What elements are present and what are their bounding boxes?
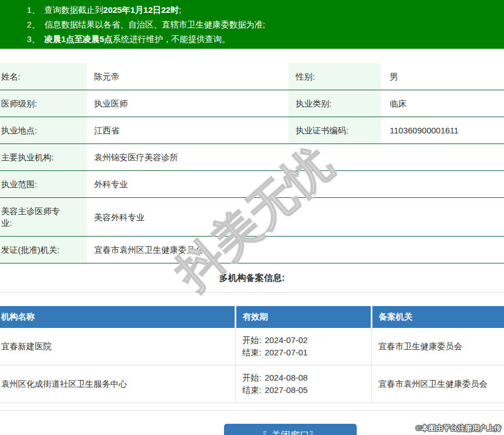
notice-text: 系统进行维护，不能提供查询。 — [113, 34, 230, 44]
notice-banner: 1、查询数据截止到2025年1月12日22时;2、信息数据结果以各省、自治区、直… — [0, 0, 504, 49]
org-validity-cell: 开始:2024-08-08结束:2027-08-05 — [235, 365, 371, 403]
info-value: 临床 — [381, 90, 504, 117]
section-divider — [0, 292, 504, 293]
validity-label: 开始: — [242, 334, 262, 346]
info-label: 执业地点: — [0, 117, 87, 144]
validity-line: 结束:2027-07-01 — [242, 346, 365, 359]
info-value: 袁州锦安医疗美容诊所 — [87, 144, 504, 171]
footer-divider — [0, 410, 504, 411]
info-value: 陈元帝 — [87, 63, 288, 90]
notice-line-1: 1、查询数据截止到2025年1月12日22时; — [27, 3, 498, 17]
practitioner-info-table: 姓名:陈元帝性别:男医师级别:执业医师执业类别:临床执业地点:江西省执业证书编码… — [0, 63, 504, 263]
org-name-cell: 宜春新建医院 — [0, 328, 235, 365]
info-label: 医师级别: — [0, 90, 87, 117]
multi-org-section-title: 多机构备案信息: — [0, 263, 504, 292]
info-label: 主要执业机构: — [0, 144, 87, 171]
info-row: 执业范围:外科专业 — [0, 171, 504, 198]
org-name-cell: 袁州区化成街道社区卫生服务中心 — [0, 365, 235, 403]
info-value: 宜春市袁州区卫生健康委员会 — [87, 237, 504, 263]
info-row: 美容主诊医师专业:美容外科专业 — [0, 198, 504, 237]
validity-line: 结束:2027-08-05 — [242, 384, 365, 396]
multi-org-table: 机构名称有效期备案机关 宜春新建医院开始:2024-07-02结束:2027-0… — [0, 306, 504, 403]
validity-label: 结束: — [242, 384, 262, 396]
practitioner-info-body: 姓名:陈元帝性别:男医师级别:执业医师执业类别:临床执业地点:江西省执业证书编码… — [0, 63, 504, 263]
info-label: 执业范围: — [0, 171, 87, 198]
org-column-header: 机构名称 — [0, 306, 235, 328]
validity-label: 开始: — [242, 372, 262, 384]
notice-text: ; — [179, 5, 181, 15]
org-column-header: 有效期 — [235, 306, 371, 328]
info-label: 美容主诊医师专业: — [0, 198, 87, 237]
org-row: 袁州区化成街道社区卫生服务中心开始:2024-08-08结束:2027-08-0… — [0, 365, 504, 403]
validity-date: 2024-08-08 — [265, 372, 308, 384]
org-table-body: 宜春新建医院开始:2024-07-02结束:2027-07-01宜春市卫生健康委… — [0, 328, 504, 403]
info-value: 美容外科专业 — [87, 198, 504, 237]
info-label: 执业证书编码: — [288, 117, 381, 144]
org-authority-cell: 宜春市卫生健康委员会 — [371, 328, 504, 365]
notice-line-3: 3、凌晨1点至凌晨5点系统进行维护，不能提供查询。 — [27, 32, 498, 47]
info-row: 姓名:陈元帝性别:男 — [0, 63, 504, 90]
validity-date: 2027-07-01 — [265, 346, 308, 359]
info-row: 执业地点:江西省执业证书编码:110360900001611 — [0, 117, 504, 144]
info-value: 执业医师 — [87, 90, 288, 117]
info-label: 姓名: — [0, 63, 87, 90]
info-label: 执业类别: — [288, 90, 381, 117]
info-label: 发证(批准)机关: — [0, 237, 87, 263]
notice-text: 凌晨1点至凌晨5点 — [44, 34, 113, 44]
info-row: 医师级别:执业医师执业类别:临床 — [0, 90, 504, 117]
info-row: 主要执业机构:袁州锦安医疗美容诊所 — [0, 144, 504, 171]
validity-line: 开始:2024-07-02 — [242, 334, 365, 346]
copyright-stamp: ©本图由平台注册用户上传 — [416, 423, 501, 433]
notice-text: 信息数据结果以各省、自治区、直辖市卫生健康委数据为准; — [44, 20, 265, 29]
notice-number: 3、 — [27, 34, 40, 44]
notice-number: 2、 — [27, 20, 40, 29]
notice-line-2: 2、信息数据结果以各省、自治区、直辖市卫生健康委数据为准; — [27, 17, 498, 32]
validity-date: 2024-07-02 — [265, 334, 308, 346]
validity-line: 开始:2024-08-08 — [242, 372, 365, 384]
close-window-button[interactable]: 〖关闭窗口〗 — [224, 424, 357, 435]
org-row: 宜春新建医院开始:2024-07-02结束:2027-07-01宜春市卫生健康委… — [0, 328, 504, 365]
info-value: 110360900001611 — [381, 117, 504, 144]
info-row: 发证(批准)机关:宜春市袁州区卫生健康委员会 — [0, 237, 504, 263]
notice-text: 2025年1月12日22时 — [103, 5, 179, 15]
notice-number: 1、 — [27, 5, 40, 15]
info-value: 江西省 — [87, 117, 288, 144]
notice-text: 查询数据截止到 — [44, 5, 103, 15]
info-value: 外科专业 — [87, 171, 504, 198]
org-column-header: 备案机关 — [371, 306, 504, 328]
validity-label: 结束: — [242, 346, 262, 359]
org-validity-cell: 开始:2024-07-02结束:2027-07-01 — [235, 328, 371, 365]
info-label: 性别: — [288, 63, 381, 90]
org-authority-cell: 宜春市袁州区卫生健康委员会 — [371, 365, 504, 403]
org-table-header-row: 机构名称有效期备案机关 — [0, 306, 504, 328]
validity-date: 2027-08-05 — [265, 384, 308, 396]
info-value: 男 — [381, 63, 504, 90]
